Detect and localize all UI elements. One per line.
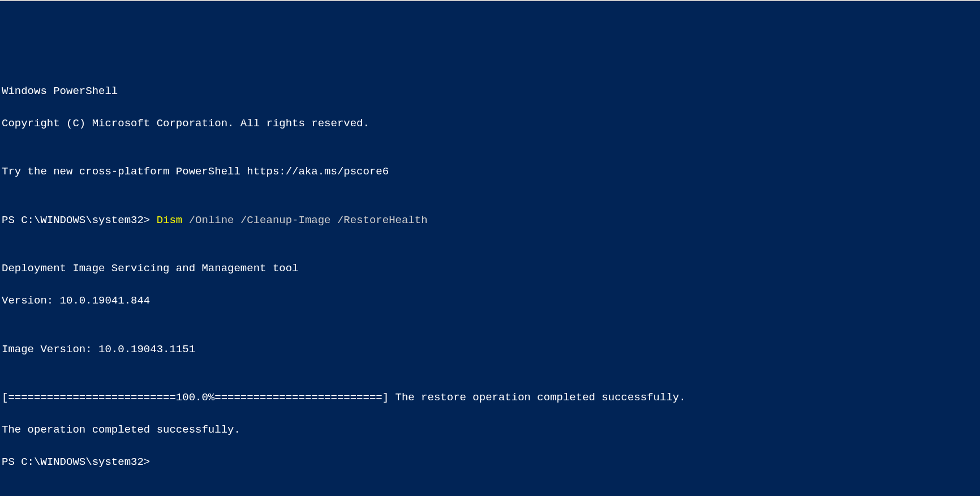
- command-args: /Online /Cleanup-Image /RestoreHealth: [189, 214, 428, 226]
- terminal-output[interactable]: Windows PowerShell Copyright (C) Microso…: [0, 66, 980, 486]
- dism-version: Version: 10.0.19041.844: [2, 293, 980, 309]
- progress-bar-line: [==========================100.0%=======…: [2, 390, 980, 406]
- try-message: Try the new cross-platform PowerShell ht…: [2, 164, 980, 180]
- operation-completed: The operation completed successfully.: [2, 422, 980, 438]
- command-line-2[interactable]: PS C:\WINDOWS\system32>: [2, 454, 980, 471]
- header-title: Windows PowerShell: [2, 83, 980, 100]
- dism-image-version: Image Version: 10.0.19043.1151: [2, 341, 980, 358]
- prompt-prefix: PS C:\WINDOWS\system32>: [2, 214, 157, 226]
- command-name: Dism: [157, 214, 189, 226]
- dism-tool-name: Deployment Image Servicing and Managemen…: [2, 260, 980, 277]
- header-copyright: Copyright (C) Microsoft Corporation. All…: [2, 116, 980, 132]
- command-line-1: PS C:\WINDOWS\system32> Dism /Online /Cl…: [2, 212, 980, 229]
